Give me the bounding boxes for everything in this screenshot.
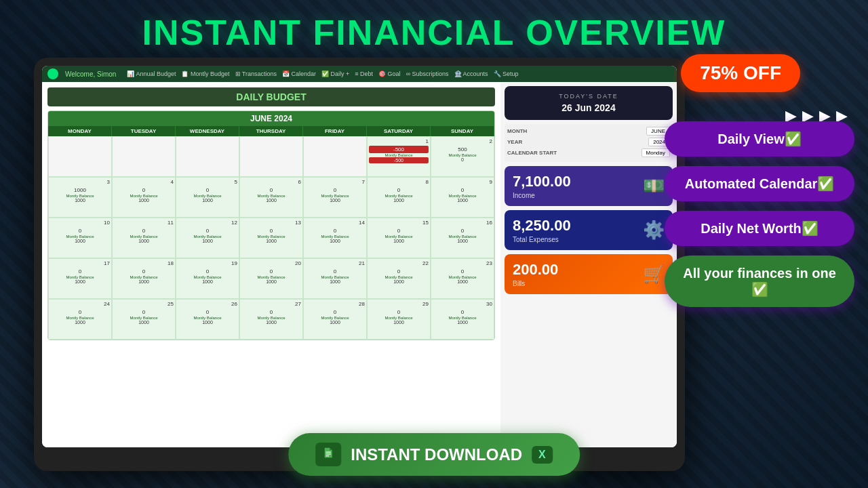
year-label: YEAR — [507, 139, 522, 145]
cal-cell-19: 19 0 Montly Balance 1000 — [176, 258, 239, 299]
cal-date-1: 1 — [369, 138, 429, 144]
nav-debt[interactable]: ≡ Debt — [355, 70, 373, 77]
laptop-screen: Welcome, Simon 📊 Annual Budget 📋 Montly … — [42, 66, 677, 447]
cal-date-29: 29 — [369, 301, 429, 307]
cal-date-4: 4 — [114, 179, 174, 185]
cal-cell-29: 29 0 Montly Balance 1000 — [367, 299, 431, 340]
laptop-wrapper: Welcome, Simon 📊 Annual Budget 📋 Montly … — [34, 58, 685, 471]
calendar-start-row: CALENDAR START Monday — [507, 148, 670, 157]
cal-date-20: 20 — [241, 260, 301, 266]
cal-bal-val-26: 1000 — [178, 320, 237, 325]
expenses-stat-card: 8,250.00 Total Expenses ⚙️ — [505, 210, 673, 250]
nav-transactions[interactable]: ⊞ Transactions — [235, 70, 277, 77]
day-header-mon: MONDAY — [48, 126, 112, 136]
cal-bal-val-1: -500 — [369, 157, 429, 163]
cal-date-27: 27 — [241, 301, 301, 307]
cal-cell-17: 17 0 Montly Balance 1000 — [48, 258, 112, 299]
cal-date-22: 22 — [369, 260, 429, 266]
day-header-tue: TUESDAY — [112, 126, 176, 136]
nav-calendar[interactable]: 📅 Calendar — [282, 70, 316, 77]
day-header-wed: WEDNESDAY — [176, 126, 239, 136]
cal-bal-val-9: 1000 — [433, 198, 492, 203]
right-panel-laptop: TODAY'S DATE 26 Jun 2024 MONTH JUNE YEAR… — [500, 82, 677, 447]
year-setting-row: YEAR 2024 — [507, 138, 670, 146]
bills-label: Bills — [513, 280, 558, 287]
cal-cell-26: 26 0 Montly Balance 1000 — [176, 299, 239, 340]
cal-date-7: 7 — [305, 179, 365, 185]
cal-amount-2: 500 — [433, 146, 492, 153]
nav-goal[interactable]: 🎯 Goal — [378, 70, 401, 77]
cal-date-3: 3 — [50, 179, 110, 185]
sheets-icon — [315, 443, 341, 466]
cal-bal-val-11: 1000 — [114, 239, 174, 243]
date-settings: MONTH JUNE YEAR 2024 CALENDAR START Mond… — [505, 124, 673, 162]
cal-amount-7: 0 — [305, 186, 365, 194]
cal-date-11: 11 — [114, 220, 174, 226]
cal-amount-29: 0 — [369, 308, 429, 316]
cal-bal-val-4: 1000 — [114, 198, 174, 203]
cal-amount-17: 0 — [50, 268, 110, 275]
cal-bal-val-16: 1000 — [433, 239, 492, 243]
expenses-number: 8,250.00 — [513, 217, 571, 235]
excel-icon: X — [532, 446, 553, 464]
cal-amount-4: 0 — [114, 186, 174, 194]
cal-date-28: 28 — [305, 301, 365, 307]
feature-btn-daily-net-worth[interactable]: Daily Net Worth✅ — [665, 211, 854, 246]
cal-cell-14: 14 0 Montly Balance 1000 — [303, 218, 367, 258]
cal-cell-28: 28 0 Montly Balance 1000 — [303, 299, 367, 340]
cal-amount-24: 0 — [50, 308, 110, 316]
cal-date-21: 21 — [305, 260, 365, 266]
nav-daily[interactable]: ✅ Daily + — [321, 70, 349, 77]
cal-amount-14: 0 — [305, 227, 365, 235]
nav-setup[interactable]: 🔧 Setup — [494, 70, 519, 77]
cal-date-6: 6 — [241, 179, 301, 185]
download-button[interactable]: INSTANT DOWNLOAD X — [288, 433, 580, 476]
nav-welcome: Welcome, Simon — [65, 70, 116, 78]
cal-cell-4: 4 0 Montly Balance 1000 — [112, 177, 176, 218]
nav-logo — [47, 68, 58, 79]
cal-cell-15: 15 0 Montly Balance 1000 — [367, 218, 431, 258]
day-header-thu: THURSDAY — [239, 126, 303, 136]
cal-cell-empty-2 — [112, 136, 176, 177]
cal-amount-12: 0 — [178, 227, 237, 235]
cal-amount-30: 0 — [433, 308, 492, 316]
cal-cell-25: 25 0 Montly Balance 1000 — [112, 299, 176, 340]
cal-cell-16: 16 0 Montly Balance 1000 — [431, 218, 494, 258]
cal-cell-18: 18 0 Montly Balance 1000 — [112, 258, 176, 299]
cal-cell-empty-4 — [239, 136, 303, 177]
laptop-frame: Welcome, Simon 📊 Annual Budget 📋 Montly … — [34, 58, 685, 471]
cal-date-5: 5 — [178, 179, 237, 185]
cal-amount-16: 0 — [433, 227, 492, 235]
day-header-sat: SATURDAY — [367, 126, 431, 136]
cal-bal-val-21: 1000 — [305, 279, 365, 284]
feature-btn-daily-view[interactable]: Daily View✅ — [665, 121, 854, 157]
cal-bal-val-30: 1000 — [433, 320, 492, 325]
cal-cell-20: 20 0 Montly Balance 1000 — [239, 258, 303, 299]
cal-date-24: 24 — [50, 301, 110, 307]
page-title: INSTANT FINANCIAL OVERVIEW — [0, 12, 868, 53]
calendar-month-header: JUNE 2024 — [48, 111, 494, 126]
cal-cell-30: 30 0 Montly Balance 1000 — [431, 299, 494, 340]
cal-date-19: 19 — [178, 260, 237, 266]
calendar-start-label: CALENDAR START — [507, 150, 557, 156]
cal-date-12: 12 — [178, 220, 237, 226]
feature-btn-all-finances[interactable]: All your finances in one ✅ — [665, 256, 854, 307]
cal-cell-12: 12 0 Montly Balance 1000 — [176, 218, 239, 258]
month-label: MONTH — [507, 128, 527, 134]
cal-date-15: 15 — [369, 220, 429, 226]
cal-date-23: 23 — [433, 260, 492, 266]
nav-annual-budget[interactable]: 📊 Annual Budget — [127, 70, 176, 77]
nav-monthly-budget[interactable]: 📋 Montly Budget — [181, 70, 229, 77]
cal-bal-val-28: 1000 — [305, 320, 365, 325]
cal-date-9: 9 — [433, 179, 492, 185]
feature-btn-automated-calendar[interactable]: Automated Calendar✅ — [665, 166, 854, 201]
day-header-sun: SUNDAY — [431, 126, 494, 136]
cal-amount-27: 0 — [241, 308, 301, 316]
right-features: Daily View✅ Automated Calendar✅ Daily Ne… — [665, 58, 854, 307]
cal-date-26: 26 — [178, 301, 237, 307]
nav-accounts[interactable]: 🏦 Accounts — [454, 70, 488, 77]
cal-date-25: 25 — [114, 301, 174, 307]
nav-subscriptions[interactable]: ∞ Subscriptions — [406, 70, 449, 77]
cal-amount-18: 0 — [114, 268, 174, 275]
calendar-container: JUNE 2024 MONDAY TUESDAY WEDNESDAY THURS… — [47, 110, 495, 340]
